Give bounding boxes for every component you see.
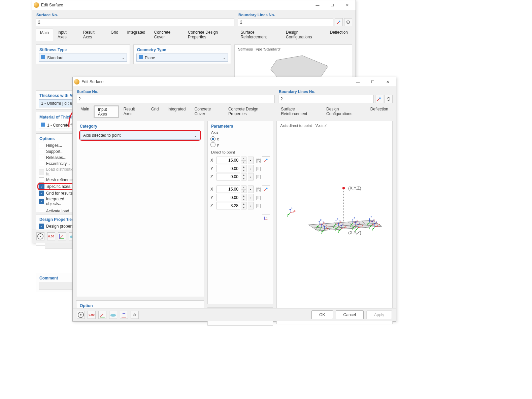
tab-integrated[interactable]: Integrated <box>123 28 149 41</box>
geometry-type-dropdown[interactable]: Plane ⌄ <box>136 54 228 62</box>
axis-y-radio[interactable]: y <box>210 142 270 147</box>
axis-x-radio[interactable]: x <box>210 136 270 141</box>
ok-button[interactable]: OK <box>311 310 333 319</box>
coord1-z-input[interactable] <box>217 173 240 180</box>
pick-point1-icon[interactable] <box>262 156 270 164</box>
tab-integrated[interactable]: Integrated <box>163 105 190 118</box>
stepper-icon[interactable]: ▲▼ <box>241 157 246 164</box>
menu-icon[interactable]: ▸ <box>248 186 254 193</box>
tabs-front: Main Input Axes Result Axes Grid Integra… <box>73 104 396 118</box>
menu-icon[interactable]: ▸ <box>248 165 254 172</box>
svg-marker-2 <box>271 56 328 78</box>
stepper-icon[interactable]: ▲▼ <box>241 165 246 172</box>
coord2-y-input[interactable] <box>217 194 240 201</box>
tab-result-axes[interactable]: Result Axes <box>119 105 147 118</box>
window-title: Edit Surface <box>81 79 351 84</box>
boundary-lines-label: Boundary Lines No. <box>238 12 352 18</box>
tab-concrete-cover[interactable]: Concrete Cover <box>149 28 183 41</box>
axis-icon[interactable] <box>58 232 66 240</box>
pick-lines-icon[interactable] <box>335 18 343 26</box>
stepper-icon[interactable]: ▲▼ <box>241 186 246 193</box>
surface-no-input[interactable]: 2 <box>36 18 234 26</box>
surface-no-input[interactable]: 2 <box>76 95 275 103</box>
svg-line-25 <box>264 189 267 191</box>
tab-grid[interactable]: Grid <box>106 28 123 41</box>
window-buttons: — ☐ ✕ <box>310 1 354 9</box>
boundary-lines-input[interactable]: 2 <box>278 95 374 103</box>
svg-line-0 <box>337 22 339 24</box>
cloud-icon[interactable] <box>109 311 117 319</box>
cancel-button[interactable]: Cancel <box>336 310 364 319</box>
reset-point-icon[interactable]: 2x <box>262 214 270 222</box>
titlebar-back: Edit Surface — ☐ ✕ <box>32 0 356 10</box>
coord2-z-input[interactable] <box>217 202 240 209</box>
tab-design-config[interactable]: Design Configurations <box>322 105 366 118</box>
preview-label-back: Stiffness Type 'Standard' <box>237 47 349 53</box>
tab-input-axes[interactable]: Input Axes <box>94 105 119 118</box>
coord1-y-input[interactable] <box>217 165 240 172</box>
menu-icon[interactable]: ▸ <box>248 157 254 164</box>
boundary-lines-label: Boundary Lines No. <box>278 89 393 95</box>
menu-icon[interactable]: ▸ <box>248 194 254 201</box>
script-icon[interactable] <box>120 311 128 319</box>
svg-rect-22 <box>379 98 381 99</box>
minimize-button[interactable]: — <box>310 1 325 9</box>
tab-surface-reinforcement[interactable]: Surface Reinforcement <box>276 105 322 118</box>
minimize-button[interactable]: — <box>351 77 365 86</box>
clear-icon[interactable] <box>385 95 393 103</box>
svg-line-18 <box>60 235 63 239</box>
tab-concrete-cover[interactable]: Concrete Cover <box>190 105 224 118</box>
chevron-down-icon: ⌄ <box>122 56 125 60</box>
edit-surface-dialog-front: Edit Surface — ☐ ✕ Surface No. 2 Boundar… <box>72 77 396 322</box>
close-button[interactable]: ✕ <box>380 77 395 86</box>
svg-line-21 <box>377 98 380 101</box>
units-icon[interactable]: 0.00 <box>88 311 96 319</box>
preview-label-front: Axis direct to point - 'Axis x' <box>279 123 390 129</box>
stepper-icon[interactable]: ▲▼ <box>241 194 246 201</box>
svg-text:z: z <box>291 206 293 209</box>
category-dropdown[interactable]: Axis directed to point ⌄ <box>80 131 200 140</box>
surface-no-label: Surface No. <box>36 12 234 18</box>
menu-icon[interactable]: ▸ <box>248 202 254 209</box>
tabs-back: Main Input Axes Result Axes Grid Integra… <box>32 27 356 41</box>
tab-surface-reinforcement[interactable]: Surface Reinforcement <box>236 28 281 41</box>
menu-icon[interactable]: ▸ <box>248 173 254 180</box>
units-icon[interactable]: 0.00 <box>47 232 55 240</box>
maximize-button[interactable]: ☐ <box>325 1 339 9</box>
axis-icon[interactable] <box>98 311 106 319</box>
fx-icon[interactable]: fx <box>131 311 139 319</box>
tab-input-axes[interactable]: Input Axes <box>53 28 79 41</box>
svg-rect-1 <box>339 21 340 22</box>
stepper-icon[interactable]: ▲▼ <box>241 202 246 209</box>
stepper-icon[interactable]: ▲▼ <box>241 173 246 180</box>
pick-lines-icon[interactable] <box>375 95 383 103</box>
maximize-button[interactable]: ☐ <box>366 77 380 86</box>
tab-deflection[interactable]: Deflection <box>366 105 393 118</box>
axes-preview-svg: (X,Y,Z) (X,Y,Z) <box>279 129 390 318</box>
tab-result-axes[interactable]: Result Axes <box>79 28 106 41</box>
coord1-x-input[interactable] <box>217 157 240 164</box>
svg-point-56 <box>110 314 116 317</box>
direct-to-point-label: Direct to point <box>210 150 270 156</box>
tab-design-config[interactable]: Design Configurations <box>281 28 326 41</box>
close-button[interactable]: ✕ <box>340 1 354 9</box>
help-icon[interactable] <box>36 232 44 240</box>
tab-deflection[interactable]: Deflection <box>326 28 352 41</box>
tab-grid[interactable]: Grid <box>147 105 163 118</box>
coord1-x: X▲▼▸[ft] <box>210 156 270 164</box>
coord2-x-input[interactable] <box>217 186 240 193</box>
clear-icon[interactable] <box>344 18 352 26</box>
stiffness-type-dropdown[interactable]: Standard ⌄ <box>39 54 127 62</box>
chevron-down-icon: ⌄ <box>223 56 226 60</box>
svg-text:2x: 2x <box>266 217 268 219</box>
pick-point2-icon[interactable] <box>262 185 270 193</box>
tab-concrete-design-props[interactable]: Concrete Design Properties <box>224 105 277 118</box>
help-icon[interactable] <box>77 311 85 319</box>
tab-concrete-design-props[interactable]: Concrete Design Properties <box>184 28 236 41</box>
stiffness-type-value: Standard <box>47 56 64 60</box>
tab-main[interactable]: Main <box>36 29 53 41</box>
tab-main[interactable]: Main <box>76 105 94 118</box>
svg-point-15 <box>40 236 41 237</box>
stiffness-type-label: Stiffness Type <box>39 47 127 54</box>
boundary-lines-input[interactable]: 2 <box>238 18 333 26</box>
